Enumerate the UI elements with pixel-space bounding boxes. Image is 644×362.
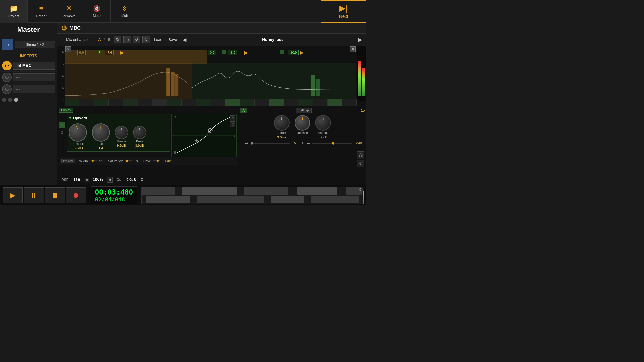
insert-name-1[interactable]: TB MBC [13,62,55,70]
drive-slider-thumb[interactable] [332,142,334,145]
prev-preset-button[interactable]: ◀ [181,36,188,43]
band2-num: 1 [222,50,226,54]
drive-slider-dot[interactable] [157,160,159,162]
preset-icon: ≡ [39,5,43,13]
release-knob[interactable] [295,115,310,131]
band2-extra-value: -10.9 [288,50,299,55]
next-preset-button[interactable]: ▶ [357,36,364,43]
stereo-route-button[interactable]: → [2,39,13,50]
save-button[interactable]: Save [167,36,179,43]
copy-curve-button[interactable]: ⧉ [230,115,235,121]
next-icon: ▶| [339,3,348,13]
next-button[interactable]: ▶| Next [321,0,366,23]
svg-rect-1 [192,63,356,101]
band2-close[interactable]: ✕ [350,46,356,52]
knee-value: 3.0dB [135,144,144,147]
insert-power-2[interactable]: ⏻ [2,73,12,82]
plugin-power-icon[interactable]: ⏻ [61,25,67,31]
insert-power-1[interactable]: ⏻ [2,61,12,70]
band2-ch-value: -8.5 [228,50,237,55]
band2-extra-num: 1 [280,50,284,54]
preset-name: Mix enhancer [60,37,95,42]
remove-button[interactable]: ✕ Remove [55,0,83,23]
range-value: 9.6dB [117,144,126,147]
midi-button[interactable]: ⚙ Midi [111,0,138,23]
band1-close[interactable]: ✕ [65,46,71,52]
preset-button[interactable]: ≡ Preset [28,0,55,23]
svg-text:-20: -20 [173,116,176,118]
band1-ch-value: -7.6 [105,50,114,55]
width-slider-dot[interactable] [92,160,94,162]
knee-knob[interactable] [133,126,146,139]
release-group: Release [295,115,310,139]
link-slider-thumb[interactable] [251,142,253,145]
width-value: 9% [99,159,104,163]
makeup-label: Makeup [318,131,329,135]
link-label: Link [243,141,249,145]
reset-icon[interactable]: ↺ [357,160,364,167]
time-display: 00:03:480 02/04/048 [91,186,137,204]
insert-power-3[interactable]: ⏻ [2,84,12,94]
redo-button[interactable]: ↻ [142,36,150,43]
project-button[interactable]: 📁 Project [0,0,28,23]
makeup-knob-tick [323,117,324,120]
attack-knob[interactable] [274,115,290,131]
comp-curve-svg: -20 -40 1 [172,114,236,157]
drive-slider[interactable] [312,143,352,144]
pause-button[interactable]: ⏸ [24,187,44,203]
play-button[interactable]: ▶ [3,187,23,203]
copy-button[interactable]: ⧉ [114,36,121,43]
band1-arrow[interactable]: ▶ [120,50,124,55]
stop-button[interactable]: ⏹ [45,187,65,203]
play-icon[interactable]: ⏸ [173,151,177,155]
track-block-1b [182,187,237,195]
saturation-slider-dot[interactable] [126,160,128,162]
threshold-value: -8.5dB [73,146,83,150]
paste-button[interactable]: ⬚ [123,36,131,43]
right-top-row: A Settings ⏻ [240,108,365,113]
range-knob[interactable] [115,126,128,139]
zoom-value: 100% [93,177,103,182]
power-toggle[interactable]: ⏻ [361,108,365,113]
bottom-controls: Curves 1 2 ⬆ Upward [57,106,366,174]
plugin-header: ⏻ MBC [57,23,366,34]
ratio-group: Ratio 1.4 [92,123,110,150]
ratio-knob[interactable] [92,123,110,142]
saturation-group: Saturation 0% [108,159,139,163]
insert-name-3[interactable]: --- [13,85,55,93]
stereo-label: Stereo 1 - 2 [15,41,55,48]
band2-value: 0.0 [208,50,216,55]
load-button[interactable]: Load [152,36,164,43]
vu-meter-right [357,46,366,101]
mute-button[interactable]: 🔇 Mute [83,0,111,23]
curve-label-neg40: -40 [232,134,235,137]
band2-extra-arrow[interactable]: ▶ [300,50,304,55]
threshold-knob[interactable] [69,123,87,142]
band1-value: 0.0 [77,50,86,55]
band2-arrow[interactable]: ▶ [244,50,248,55]
copy-curve-2-button[interactable]: ⬚ [230,121,235,127]
threshold-label: Threshold [71,142,84,146]
ratio-label: Ratio [97,142,104,146]
makeup-knob[interactable] [315,115,331,131]
band-2-selector[interactable]: 2 [59,129,65,136]
preset-label: Preset [36,14,46,18]
insert-name-2[interactable]: --- [13,73,55,81]
upward-panel: ⬆ Upward Threshold -8.5dB [67,114,170,152]
eq-y-neg20: -20 [58,74,64,77]
track-block-2c [271,196,304,203]
band-selectors: 1 2 [59,114,65,136]
b-button[interactable]: B [107,37,112,42]
record-button[interactable]: ⏺ [66,187,86,203]
zoom-icon[interactable]: ▦ [107,177,113,183]
track-block-2a [146,196,190,203]
settings-button[interactable]: Settings [296,108,311,113]
headphone-icon[interactable]: 🎧 [357,151,364,159]
settings-gear-icon[interactable]: ⚙ [140,177,144,183]
timeline-area[interactable]: C I [141,187,364,204]
undo-button[interactable]: ↺ [133,36,140,43]
eq-y-neg60: -60 [58,99,64,101]
link-slider[interactable] [251,143,291,144]
band-1-selector[interactable]: 1 [59,122,65,128]
a-button[interactable]: A [97,37,102,42]
